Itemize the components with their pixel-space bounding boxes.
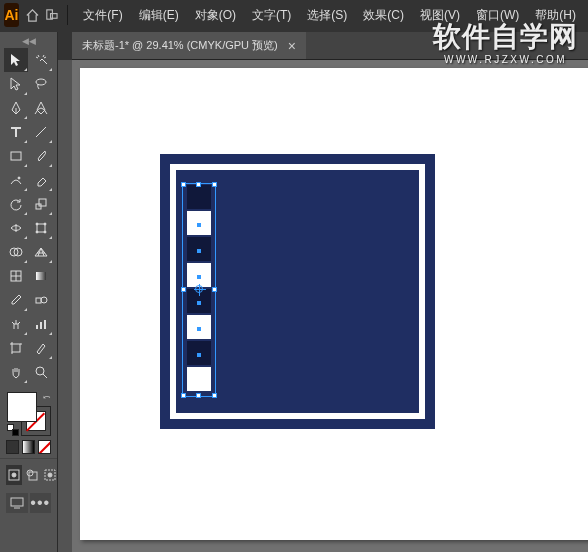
selection-handle[interactable]	[181, 287, 186, 292]
selected-object-group[interactable]	[184, 185, 214, 395]
anchor-point[interactable]	[197, 327, 201, 331]
shaper-tool[interactable]	[4, 168, 28, 192]
rectangle-tool[interactable]	[4, 144, 28, 168]
svg-point-10	[36, 223, 38, 225]
selection-handle[interactable]	[181, 182, 186, 187]
svg-point-33	[12, 473, 16, 477]
symbol-sprayer-tool[interactable]	[4, 312, 28, 336]
artboard[interactable]	[80, 68, 588, 540]
menu-edit[interactable]: 编辑(E)	[131, 3, 187, 28]
rotation-center-icon[interactable]	[195, 285, 203, 293]
mesh-tool[interactable]	[4, 264, 28, 288]
selection-handle[interactable]	[212, 287, 217, 292]
draw-mode-row	[0, 458, 57, 489]
svg-point-13	[44, 231, 46, 233]
screen-mode-button[interactable]	[6, 493, 28, 513]
color-mode-gradient[interactable]	[22, 440, 35, 454]
fill-stroke-swatch[interactable]: ⤺	[7, 392, 51, 436]
eyedropper-tool[interactable]	[4, 288, 28, 312]
canvas-scroll[interactable]	[72, 60, 588, 552]
color-mode-none[interactable]	[38, 440, 51, 454]
svg-rect-23	[40, 322, 42, 329]
svg-point-21	[41, 297, 47, 303]
color-section: ⤺	[0, 386, 57, 440]
svg-rect-24	[44, 320, 46, 329]
artwork-square[interactable]	[187, 367, 211, 391]
toolbox: ◀◀ ⤺	[0, 32, 58, 552]
app-logo: Ai	[4, 3, 19, 27]
selection-handle[interactable]	[212, 393, 217, 398]
svg-point-12	[36, 231, 38, 233]
blend-tool[interactable]	[29, 288, 53, 312]
line-segment-tool[interactable]	[29, 120, 53, 144]
home-icon[interactable]	[25, 3, 40, 27]
svg-rect-9	[37, 224, 45, 232]
menu-view[interactable]: 视图(V)	[412, 3, 468, 28]
zoom-tool[interactable]	[29, 360, 53, 384]
magic-wand-tool[interactable]	[29, 48, 53, 72]
anchor-point[interactable]	[197, 353, 201, 357]
close-tab-icon[interactable]: ×	[288, 38, 296, 54]
anchor-point[interactable]	[197, 223, 201, 227]
shape-builder-tool[interactable]	[4, 240, 28, 264]
width-tool[interactable]	[4, 216, 28, 240]
svg-point-30	[36, 367, 44, 375]
scale-tool[interactable]	[29, 192, 53, 216]
svg-rect-7	[39, 199, 46, 206]
canvas-area	[58, 60, 588, 552]
document-tab[interactable]: 未标题-1* @ 29.41% (CMYK/GPU 预览) ×	[72, 32, 306, 59]
perspective-grid-tool[interactable]	[29, 240, 53, 264]
menu-window[interactable]: 窗口(W)	[468, 3, 527, 28]
selection-handle[interactable]	[196, 393, 201, 398]
menu-select[interactable]: 选择(S)	[299, 3, 355, 28]
eraser-tool[interactable]	[29, 168, 53, 192]
anchor-point[interactable]	[197, 275, 201, 279]
svg-rect-22	[36, 325, 38, 329]
menu-bar: 文件(F) 编辑(E) 对象(O) 文字(T) 选择(S) 效果(C) 视图(V…	[75, 3, 584, 28]
color-mode-solid[interactable]	[6, 440, 19, 454]
menu-type[interactable]: 文字(T)	[244, 3, 299, 28]
anchor-point[interactable]	[197, 249, 201, 253]
orientation-toggle-icon[interactable]	[44, 3, 59, 27]
svg-rect-1	[50, 13, 57, 18]
curvature-tool[interactable]	[29, 96, 53, 120]
toolbox-collapse-handle[interactable]: ◀◀	[0, 36, 57, 46]
selection-handle[interactable]	[212, 182, 217, 187]
draw-normal-icon[interactable]	[6, 465, 22, 485]
anchor-point[interactable]	[197, 301, 201, 305]
app-bar: Ai 文件(F) 编辑(E) 对象(O) 文字(T) 选择(S) 效果(C) 视…	[0, 0, 588, 30]
artboard-tool[interactable]	[4, 336, 28, 360]
default-colors-icon[interactable]	[7, 424, 19, 436]
svg-rect-20	[36, 298, 41, 303]
lasso-tool[interactable]	[29, 72, 53, 96]
swap-fill-stroke-icon[interactable]: ⤺	[43, 392, 51, 402]
document-tab-bar: 未标题-1* @ 29.41% (CMYK/GPU 预览) ×	[72, 32, 588, 60]
screen-mode-row: •••	[0, 489, 57, 517]
selection-handle[interactable]	[181, 393, 186, 398]
document-tab-label: 未标题-1* @ 29.41% (CMYK/GPU 预览)	[82, 38, 278, 53]
menu-help[interactable]: 帮助(H)	[527, 3, 584, 28]
type-tool[interactable]	[4, 120, 28, 144]
free-transform-tool[interactable]	[29, 216, 53, 240]
artwork-square[interactable]	[187, 185, 211, 209]
gradient-tool[interactable]	[29, 264, 53, 288]
draw-behind-icon[interactable]	[24, 465, 40, 485]
rotate-tool[interactable]	[4, 192, 28, 216]
edit-toolbar-button[interactable]: •••	[30, 493, 52, 513]
svg-rect-19	[36, 272, 46, 280]
pen-tool[interactable]	[4, 96, 28, 120]
fill-swatch[interactable]	[7, 392, 37, 422]
column-graph-tool[interactable]	[29, 312, 53, 336]
paintbrush-tool[interactable]	[29, 144, 53, 168]
hand-tool[interactable]	[4, 360, 28, 384]
selection-handle[interactable]	[196, 182, 201, 187]
draw-inside-icon[interactable]	[42, 465, 58, 485]
direct-selection-tool[interactable]	[4, 72, 28, 96]
menu-file[interactable]: 文件(F)	[75, 3, 130, 28]
menu-effect[interactable]: 效果(C)	[355, 3, 412, 28]
selection-tool[interactable]	[4, 48, 28, 72]
svg-line-3	[36, 127, 46, 137]
color-mode-row	[0, 440, 57, 458]
slice-tool[interactable]	[29, 336, 53, 360]
menu-object[interactable]: 对象(O)	[187, 3, 244, 28]
